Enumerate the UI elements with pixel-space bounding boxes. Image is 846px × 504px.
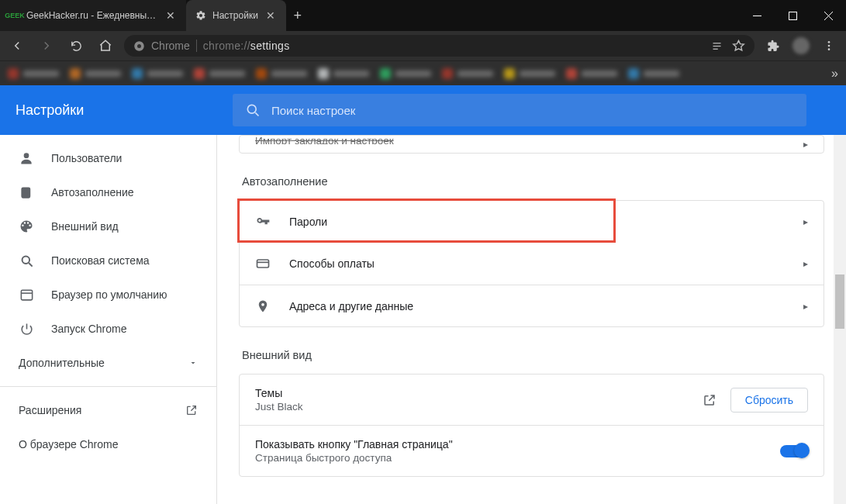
- chevron-down-icon: [188, 358, 198, 368]
- row-show-home-button[interactable]: Показывать кнопку "Главная страница" Стр…: [240, 425, 824, 476]
- tab-geekhacker[interactable]: GEEK GeekHacker.ru - Ежедневный ж… ✕: [0, 0, 186, 31]
- back-button[interactable]: [6, 35, 28, 57]
- place-icon: [255, 299, 271, 313]
- row-import-bookmarks[interactable]: Импорт закладок и настроек ▸: [240, 136, 824, 153]
- nav-startup[interactable]: Запуск Chrome: [0, 312, 216, 346]
- bookmarks-overflow-icon[interactable]: »: [831, 67, 838, 81]
- settings-search[interactable]: [233, 94, 806, 126]
- row-theme[interactable]: Темы Just Black Сбросить: [240, 375, 824, 425]
- svg-rect-4: [713, 45, 721, 46]
- minimize-button[interactable]: [739, 0, 775, 31]
- row-sublabel: Страница быстрого доступа: [255, 452, 453, 464]
- svg-rect-3: [713, 43, 721, 43]
- svg-point-7: [828, 45, 830, 47]
- reset-theme-button[interactable]: Сбросить: [730, 388, 808, 413]
- profile-avatar[interactable]: [790, 35, 812, 57]
- search-icon: [245, 102, 261, 118]
- nav-users[interactable]: Пользователи: [0, 141, 216, 175]
- svg-rect-5: [713, 48, 718, 49]
- window-controls: [739, 0, 846, 31]
- row-label: Импорт закладок и настроек: [255, 135, 394, 144]
- divider: [0, 386, 216, 387]
- row-payment-methods[interactable]: Способы оплаты ▸: [240, 243, 824, 285]
- search-icon: [19, 253, 34, 268]
- extensions-puzzle-icon[interactable]: [762, 35, 784, 57]
- chevron-right-icon: ▸: [803, 301, 808, 312]
- power-icon: [19, 321, 34, 337]
- close-icon[interactable]: ✕: [264, 9, 277, 22]
- nav-label: Запуск Chrome: [51, 323, 126, 335]
- svg-point-2: [137, 44, 141, 48]
- nav-label: Расширения: [19, 404, 81, 416]
- settings-header: Настройки: [0, 85, 846, 135]
- section-appearance-title: Внешний вид: [242, 349, 821, 361]
- row-label: Адреса и другие данные: [289, 300, 413, 312]
- nav-about[interactable]: О браузере Chrome: [0, 427, 216, 461]
- svg-rect-0: [789, 12, 796, 19]
- person-icon: [19, 150, 34, 166]
- nav-advanced[interactable]: Дополнительные: [0, 346, 216, 380]
- settings-sidebar: Пользователи Автозаполнение Внешний вид …: [0, 135, 217, 504]
- addressbar-origin: Chrome: [151, 40, 197, 52]
- bookmarks-bar: »: [0, 60, 846, 85]
- svg-point-6: [828, 41, 830, 43]
- browser-toolbar: Chrome chrome://settings: [0, 31, 846, 60]
- scrollbar-thumb[interactable]: [835, 274, 844, 329]
- card-appearance: Темы Just Black Сбросить Показывать кноп…: [239, 374, 824, 477]
- menu-button[interactable]: [818, 35, 840, 57]
- addressbar-url: chrome://settings: [203, 40, 290, 52]
- close-window-button[interactable]: [810, 0, 846, 31]
- nav-label: О браузере Chrome: [19, 438, 119, 450]
- svg-rect-12: [21, 290, 32, 300]
- new-tab-button[interactable]: +: [286, 0, 309, 31]
- nav-extensions[interactable]: Расширения: [0, 393, 216, 427]
- svg-point-10: [24, 153, 29, 158]
- nav-appearance[interactable]: Внешний вид: [0, 209, 216, 243]
- settings-page: Настройки Пользователи Автозаполнение Вн…: [0, 85, 846, 504]
- forward-button[interactable]: [36, 35, 57, 57]
- open-in-new-icon[interactable]: [703, 393, 717, 407]
- nav-label: Поисковая система: [51, 254, 150, 267]
- chevron-right-icon: ▸: [803, 139, 808, 150]
- card-icon: [255, 256, 271, 271]
- reload-button[interactable]: [65, 35, 87, 57]
- settings-content[interactable]: Импорт закладок и настроек ▸ Автозаполне…: [217, 135, 846, 504]
- nav-autofill[interactable]: Автозаполнение: [0, 175, 216, 209]
- bookmark-star-icon[interactable]: [732, 40, 745, 53]
- svg-point-8: [828, 48, 830, 50]
- nav-label: Автозаполнение: [51, 186, 134, 198]
- card-autofill: Пароли ▸ Способы оплаты ▸ Адреса и други…: [239, 200, 824, 327]
- tab-label: Настройки: [212, 10, 258, 21]
- settings-search-input[interactable]: [271, 104, 794, 117]
- nav-label: Дополнительные: [19, 357, 105, 369]
- nav-default-browser[interactable]: Браузер по умолчанию: [0, 278, 216, 312]
- maximize-button[interactable]: [775, 0, 810, 31]
- nav-label: Внешний вид: [51, 220, 119, 233]
- favicon-geek: GEEK: [9, 10, 20, 21]
- svg-point-9: [247, 105, 256, 113]
- nav-search-engine[interactable]: Поисковая система: [0, 243, 216, 278]
- svg-point-11: [22, 256, 29, 264]
- window-titlebar: GEEK GeekHacker.ru - Ежедневный ж… ✕ Нас…: [0, 0, 846, 31]
- row-label: Показывать кнопку "Главная страница": [255, 438, 453, 450]
- row-label: Темы: [255, 387, 303, 399]
- chevron-right-icon: ▸: [803, 216, 808, 227]
- svg-rect-13: [257, 260, 269, 268]
- section-autofill-title: Автозаполнение: [242, 175, 821, 188]
- row-passwords[interactable]: Пароли ▸: [240, 201, 824, 243]
- home-button-toggle[interactable]: [780, 445, 808, 457]
- favicon-gear-icon: [195, 10, 206, 21]
- browser-icon: [19, 287, 34, 302]
- assignment-icon: [19, 185, 34, 200]
- home-button[interactable]: [95, 35, 116, 57]
- nav-label: Браузер по умолчанию: [51, 288, 167, 301]
- card-truncated: Импорт закладок и настроек ▸: [239, 135, 824, 154]
- tab-settings[interactable]: Настройки ✕: [186, 0, 286, 31]
- address-bar[interactable]: Chrome chrome://settings: [124, 35, 754, 57]
- row-sublabel: Just Black: [255, 401, 303, 413]
- reading-list-icon[interactable]: [711, 40, 723, 52]
- close-icon[interactable]: ✕: [164, 9, 177, 22]
- key-icon: [255, 214, 271, 230]
- content-scrollbar[interactable]: [834, 135, 846, 504]
- row-addresses[interactable]: Адреса и другие данные ▸: [240, 285, 824, 326]
